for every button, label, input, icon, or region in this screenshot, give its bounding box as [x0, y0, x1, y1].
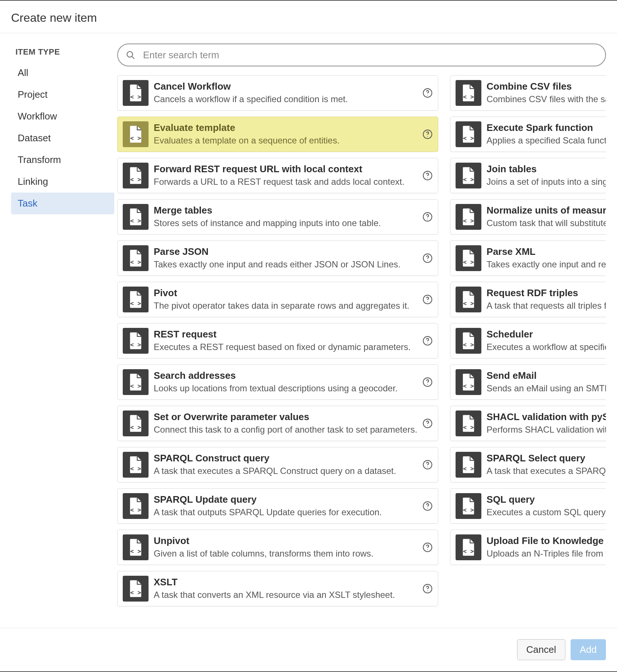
item-card-sparql-update-query[interactable]: < >SPARQL Update queryA task that output…: [117, 488, 438, 524]
card-description: Given a list of table columns, transform…: [154, 547, 417, 560]
help-icon[interactable]: [422, 542, 433, 553]
card-title: Merge tables: [154, 204, 417, 217]
sidebar-item-dataset[interactable]: Dataset: [11, 127, 114, 149]
item-card-normalize-units-of-measurement[interactable]: < >Normalize units of measurementCustom …: [450, 199, 606, 235]
help-icon[interactable]: [422, 418, 433, 429]
sidebar-item-project[interactable]: Project: [11, 84, 114, 105]
svg-text:< >: < >: [463, 341, 474, 348]
item-card-sparql-select-query[interactable]: < >SPARQL Select queryA task that execut…: [450, 447, 606, 482]
svg-text:< >: < >: [130, 259, 141, 266]
item-card-combine-csv-files[interactable]: < >Combine CSV filesCombines CSV files w…: [450, 75, 606, 111]
item-card-parse-json[interactable]: < >Parse JSONTakes exactly one input and…: [117, 240, 438, 276]
sidebar-item-transform[interactable]: Transform: [11, 149, 114, 171]
help-icon[interactable]: [422, 501, 433, 511]
card-body: PivotThe pivot operator takes data in se…: [154, 287, 417, 312]
card-body: Set or Overwrite parameter valuesConnect…: [154, 411, 417, 436]
item-card-execute-spark-function[interactable]: < >Execute Spark functionApplies a speci…: [450, 117, 606, 152]
sidebar-item-workflow[interactable]: Workflow: [11, 105, 114, 127]
sidebar-item-task[interactable]: Task: [11, 193, 114, 214]
help-icon[interactable]: [422, 294, 433, 305]
card-title: Pivot: [154, 287, 417, 299]
item-card-shacl-validation-with-pyshacl[interactable]: < >SHACL validation with pySHACLPerforms…: [450, 406, 606, 441]
card-title: Scheduler: [487, 328, 606, 341]
item-card-parse-xml[interactable]: < >Parse XMLTakes exactly one input and …: [450, 240, 606, 276]
cancel-button[interactable]: Cancel: [517, 639, 565, 660]
svg-point-46: [427, 384, 428, 385]
card-description: A task that converts an XML resource via…: [154, 589, 417, 601]
file-code-icon: < >: [456, 245, 481, 271]
item-card-rest-request[interactable]: < >REST requestExecutes a REST request b…: [117, 323, 438, 358]
item-card-evaluate-template[interactable]: < >Evaluate templateEvaluates a template…: [117, 117, 438, 152]
card-description: A task that requests all triples from an…: [487, 299, 606, 312]
card-title: Forward REST request URL with local cont…: [154, 163, 417, 176]
sidebar-item-linking[interactable]: Linking: [11, 171, 114, 193]
file-code-icon: < >: [456, 287, 481, 312]
item-card-upload-file-to-knowledge-graph[interactable]: < >Upload File to Knowledge GraphUploads…: [450, 530, 606, 565]
card-description: Executes a workflow at specified interva…: [487, 341, 606, 353]
dialog-title: Create new item: [0, 1, 617, 33]
card-description: Sends an eMail using an SMTP server. If …: [487, 382, 606, 395]
svg-text:< >: < >: [463, 217, 474, 224]
svg-text:< >: < >: [130, 341, 141, 348]
card-description: Connect this task to a config port of an…: [154, 423, 417, 436]
file-code-icon: < >: [123, 204, 149, 230]
search-input[interactable]: [117, 44, 606, 66]
card-description: Combines CSV files with the same structu…: [487, 93, 606, 105]
card-title: Join tables: [487, 163, 606, 176]
svg-point-28: [427, 260, 428, 261]
svg-text:< >: < >: [130, 217, 141, 224]
item-card-pivot[interactable]: < >PivotThe pivot operator takes data in…: [117, 282, 438, 317]
card-title: Request RDF triples: [487, 287, 606, 299]
dialog-body: ITEM TYPE AllProjectWorkflowDatasetTrans…: [0, 33, 617, 628]
item-card-sql-query[interactable]: < >SQL queryExecutes a custom SQL query …: [450, 488, 606, 524]
help-icon[interactable]: [422, 170, 433, 181]
file-code-icon: < >: [123, 534, 149, 560]
item-card-request-rdf-triples[interactable]: < >Request RDF triplesA task that reques…: [450, 282, 606, 317]
help-icon[interactable]: [422, 583, 433, 594]
help-icon[interactable]: [422, 212, 433, 222]
card-description: The pivot operator takes data in separat…: [154, 299, 417, 312]
card-body: Combine CSV filesCombines CSV files with…: [487, 80, 606, 105]
card-body: Execute Spark functionApplies a specifie…: [487, 122, 606, 146]
svg-text:< >: < >: [130, 300, 141, 307]
item-card-send-email[interactable]: < >Send eMailSends an eMail using an SMT…: [450, 364, 606, 400]
help-icon[interactable]: [422, 253, 433, 263]
file-code-icon: < >: [123, 411, 149, 436]
item-card-forward-rest-request-url-with-local-context[interactable]: < >Forward REST request URL with local c…: [117, 158, 438, 193]
card-body: Parse JSONTakes exactly one input and re…: [154, 246, 417, 270]
svg-text:< >: < >: [130, 548, 141, 555]
file-code-icon: < >: [123, 369, 149, 395]
item-card-sparql-construct-query[interactable]: < >SPARQL Construct queryA task that exe…: [117, 447, 438, 482]
card-body: Join tablesJoins a set of inputs into a …: [487, 163, 606, 188]
svg-text:< >: < >: [463, 135, 474, 142]
help-icon[interactable]: [422, 129, 433, 139]
file-code-icon: < >: [123, 576, 149, 602]
item-card-xslt[interactable]: < >XSLTA task that converts an XML resou…: [117, 571, 438, 606]
item-card-set-or-overwrite-parameter-values[interactable]: < >Set or Overwrite parameter valuesConn…: [117, 406, 438, 441]
card-title: Parse XML: [487, 246, 606, 258]
file-code-icon: < >: [456, 534, 481, 560]
help-icon[interactable]: [422, 460, 433, 470]
file-code-icon: < >: [123, 328, 149, 354]
dialog-footer: Cancel Add: [0, 628, 617, 671]
card-title: SPARQL Construct query: [154, 452, 417, 465]
item-card-join-tables[interactable]: < >Join tablesJoins a set of inputs into…: [450, 158, 606, 193]
add-button[interactable]: Add: [571, 639, 606, 660]
sidebar-item-all[interactable]: All: [11, 62, 114, 84]
file-code-icon: < >: [456, 493, 481, 519]
help-icon[interactable]: [422, 88, 433, 98]
help-icon[interactable]: [422, 336, 433, 346]
item-card-scheduler[interactable]: < >SchedulerExecutes a workflow at speci…: [450, 323, 606, 358]
card-description: Uploads an N-Triples file from the file …: [487, 547, 606, 560]
card-title: Execute Spark function: [487, 122, 606, 134]
item-card-search-addresses[interactable]: < >Search addressesLooks up locations fr…: [117, 364, 438, 400]
sidebar-list: AllProjectWorkflowDatasetTransformLinkin…: [11, 62, 114, 214]
card-body: Parse XMLTakes exactly one input and rea…: [487, 246, 606, 270]
card-body: SPARQL Construct queryA task that execut…: [154, 452, 417, 477]
item-card-merge-tables[interactable]: < >Merge tablesStores sets of instance a…: [117, 199, 438, 235]
item-card-unpivot[interactable]: < >UnpivotGiven a list of table columns,…: [117, 530, 438, 565]
svg-text:< >: < >: [463, 548, 474, 555]
item-card-cancel-workflow[interactable]: < >Cancel WorkflowCancels a workflow if …: [117, 75, 438, 111]
help-icon[interactable]: [422, 377, 433, 387]
card-description: Takes exactly one input and reads either…: [154, 258, 417, 271]
